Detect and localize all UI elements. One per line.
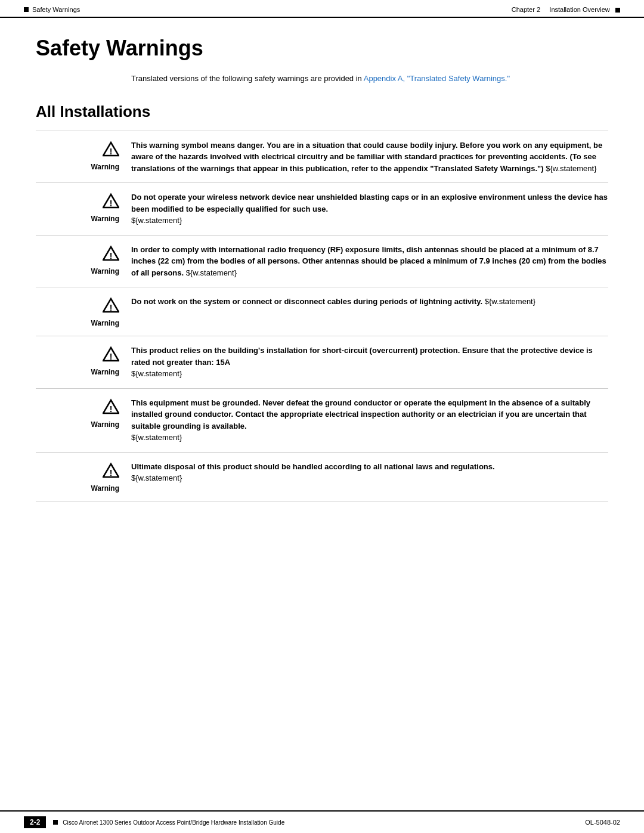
warning-label-1: Warning [91,215,119,223]
section-heading: All Installations [36,103,608,121]
warning-item: ! Warning In order to comply with intern… [36,236,608,288]
svg-text:!: ! [110,404,113,414]
footer-doc-code: OL-5048-02 [585,819,620,826]
footer-page-number: 2-2 [24,816,46,828]
header-square-icon [24,7,29,12]
svg-text:!: ! [110,352,113,361]
warning-right-2: In order to comply with international ra… [131,244,608,279]
svg-text:!: ! [110,303,113,312]
warning-right-4: This product relies on the building's in… [131,345,608,380]
svg-text:!: ! [110,468,113,478]
svg-text:!: ! [110,199,113,208]
warning-left-6: ! Warning [36,461,131,493]
header-breadcrumb: Safety Warnings [32,6,80,13]
warning-left-1: ! Warning [36,191,131,223]
warning-right-3: Do not work on the system or connect or … [131,296,608,308]
warning-left-3: ! Warning [36,296,131,327]
warning-right-1: Do not operate your wireless network dev… [131,191,608,227]
header-chapter: Chapter 2 [512,6,540,13]
warning-main-text-1: Do not operate your wireless network dev… [131,193,608,213]
footer-doc-title: Cisco Aironet 1300 Series Outdoor Access… [63,819,284,826]
warning-left-4: ! Warning [36,345,131,376]
warning-item: ! Warning This warning symbol means dang… [36,131,608,184]
warning-main-text-3: Do not work on the system or connect or … [131,297,482,306]
warning-left-0: ! Warning [36,140,131,171]
warning-right-0: This warning symbol means danger. You ar… [131,140,608,175]
warning-left-5: ! Warning [36,397,131,429]
warning-left-2: ! Warning [36,244,131,275]
footer-left: 2-2 Cisco Aironet 1300 Series Outdoor Ac… [24,816,284,828]
svg-text:!: ! [110,147,113,156]
page-header: Safety Warnings Chapter 2 Installation O… [0,0,644,18]
warning-statement-${i}: ${w.statement} [131,472,608,484]
header-chapter-title: Installation Overview [549,6,610,13]
warning-triangle-icon-6: ! [103,462,119,482]
warning-triangle-icon-0: ! [103,141,119,160]
warning-label-5: Warning [91,420,119,429]
warning-right-6: Ultimate disposal of this product should… [131,461,608,484]
warning-statement-${i}: ${w.statement} [131,432,608,444]
intro-paragraph: Translated versions of the following saf… [131,73,561,85]
warning-main-text-6: Ultimate disposal of this product should… [131,462,495,471]
warning-triangle-icon-1: ! [103,193,119,212]
warning-statement-${i}: ${w.statement} [131,368,608,380]
warning-label-2: Warning [91,267,119,275]
warning-item: ! Warning Do not operate your wireless n… [36,183,608,236]
header-left: Safety Warnings [24,6,80,13]
warning-statement-${i}: ${w.statement} [546,164,596,173]
main-content: Safety Warnings Translated versions of t… [0,18,644,549]
warning-statement-${i}: ${w.statement} [131,215,608,227]
warning-label-6: Warning [91,484,119,493]
warning-label-3: Warning [91,319,119,327]
footer-square-icon [53,820,58,825]
warning-triangle-icon-3: ! [103,297,119,317]
warning-main-text-0: This warning symbol means danger. You ar… [131,141,602,173]
warning-triangle-icon-2: ! [103,245,119,265]
warnings-container: ! Warning This warning symbol means dang… [36,131,608,501]
warning-label-0: Warning [91,163,119,171]
warning-statement-${i}: ${w.statement} [186,268,237,277]
warning-right-5: This equipment must be grounded. Never d… [131,397,608,444]
intro-text-before: Translated versions of the following saf… [131,74,364,83]
warning-item: ! Warning This equipment must be grounde… [36,389,608,453]
warning-statement-${i}: ${w.statement} [485,297,535,306]
warning-main-text-4: This product relies on the building's in… [131,346,593,367]
appendix-link[interactable]: Appendix A, "Translated Safety Warnings.… [364,74,510,83]
warning-triangle-icon-5: ! [103,398,119,418]
warning-item: ! Warning Ultimate disposal of this prod… [36,453,608,501]
header-right: Chapter 2 Installation Overview [512,6,620,13]
warning-item: ! Warning Do not work on the system or c… [36,287,608,336]
warning-label-4: Warning [91,368,119,376]
warning-main-text-5: This equipment must be grounded. Never d… [131,398,590,431]
page-footer: 2-2 Cisco Aironet 1300 Series Outdoor Ac… [0,810,644,833]
warning-triangle-icon-4: ! [103,346,119,366]
svg-text:!: ! [110,251,113,261]
page-title: Safety Warnings [36,36,608,61]
warning-item: ! Warning This product relies on the bui… [36,336,608,389]
header-right-square [615,8,620,13]
